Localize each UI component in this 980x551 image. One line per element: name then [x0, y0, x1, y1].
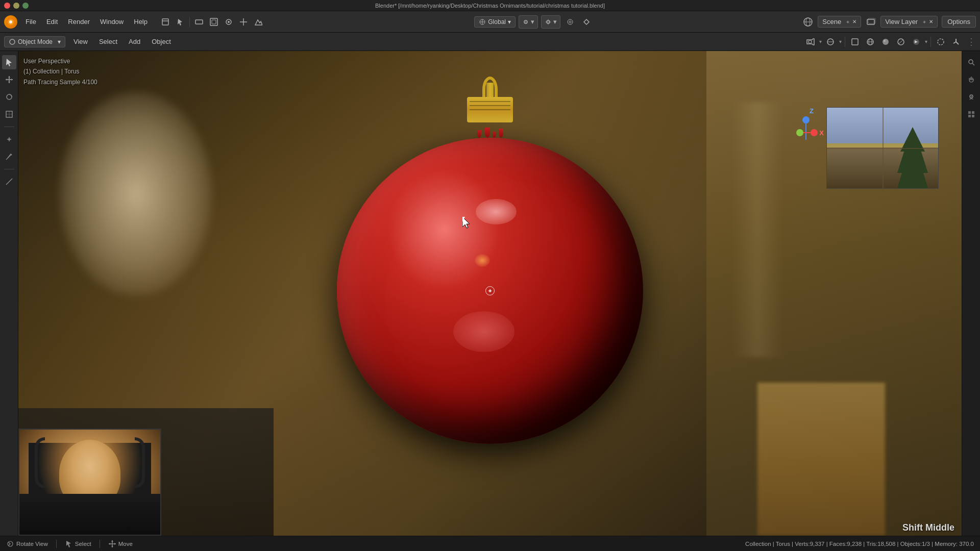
mode-dropdown[interactable]: Object Mode ▾ — [4, 36, 65, 47]
red-drip-2 — [485, 128, 490, 138]
ornament-cap-decoration — [467, 97, 513, 122]
gizmo-icon[interactable] — [949, 35, 963, 48]
cursor-tool-icon[interactable] — [174, 15, 187, 29]
viewport-display-icon[interactable] — [848, 35, 862, 48]
svg-point-34 — [969, 60, 973, 64]
tool4-icon[interactable] — [237, 15, 250, 29]
transform-orientation[interactable]: Global ▾ — [474, 16, 516, 28]
view-layer-add-icon: ＋ — [922, 18, 927, 26]
svg-point-20 — [10, 39, 15, 44]
viewport-menu-view[interactable]: View — [68, 36, 93, 47]
minimize-button[interactable] — [13, 3, 19, 9]
headphone-right — [135, 437, 145, 488]
tool2-icon[interactable] — [207, 15, 220, 29]
sidebar-sep2 — [4, 169, 14, 169]
shading-2-dropdown[interactable]: ▾ — [925, 39, 927, 44]
viewport-camera-icon[interactable] — [804, 35, 817, 48]
move-icon — [108, 540, 116, 548]
menu-help[interactable]: Help — [130, 16, 152, 27]
tool5-icon[interactable] — [252, 15, 265, 29]
statusbar: Rotate View Select Move Collection | Tor… — [0, 536, 980, 551]
drag-handle[interactable]: ⋮ — [967, 36, 976, 47]
svg-point-11 — [525, 21, 526, 22]
close-button[interactable] — [4, 3, 10, 9]
svg-rect-33 — [8, 138, 10, 140]
main-viewport[interactable]: User Perspective (1) Collection | Torus … — [18, 51, 962, 536]
status-select: Select — [65, 540, 91, 548]
svg-point-14 — [569, 21, 571, 23]
sidebar-move-tool[interactable] — [2, 72, 16, 87]
top-toolbar: File Edit Render Window Help — [0, 11, 980, 33]
sidebar-sep1 — [4, 127, 14, 127]
svg-point-13 — [568, 19, 573, 24]
proportional-edit[interactable] — [564, 15, 577, 29]
webcam-overlay — [18, 429, 161, 536]
right-sidebar-camera-view[interactable] — [964, 90, 978, 104]
mode-icon — [9, 38, 16, 45]
view-layer-selector[interactable]: View Layer ＋ ✕ — [880, 16, 938, 28]
menu-edit[interactable]: Edit — [42, 16, 62, 27]
menu-window[interactable]: Window — [96, 16, 128, 27]
left-figure — [59, 92, 212, 296]
svg-rect-37 — [968, 111, 971, 114]
snap-toggle[interactable]: ▾ — [541, 15, 560, 29]
right-sidebar — [962, 51, 980, 536]
status-div1 — [56, 540, 57, 548]
red-drip-1 — [477, 130, 481, 138]
person-clothing — [19, 494, 160, 535]
right-sidebar-grid[interactable] — [964, 107, 978, 121]
rotate-view-label: Rotate View — [16, 541, 48, 547]
ornament-highlight-secondary — [453, 311, 514, 352]
window-title: Blender* [/mnt/home/ryanking/Desktop/Chr… — [375, 3, 605, 9]
new-scene-icon[interactable] — [159, 15, 172, 29]
gizmo-z-line — [805, 119, 806, 140]
sidebar-measure-tool[interactable] — [2, 174, 16, 189]
keyframe-icon[interactable] — [580, 15, 593, 29]
toolbar-sep1 — [189, 17, 190, 27]
viewport-menu-add[interactable]: Add — [124, 36, 145, 47]
menu-render[interactable]: Render — [64, 16, 94, 27]
svg-rect-5 — [210, 18, 217, 26]
view-layer-stack-icon — [865, 16, 876, 28]
webcam-feed — [19, 430, 160, 535]
overlay-icon[interactable] — [934, 35, 947, 48]
camera-dropdown[interactable]: ▾ — [819, 39, 822, 44]
second-toolbar: Object Mode ▾ View Select Add Object ▾ ▾ — [0, 33, 980, 51]
tool1-icon[interactable] — [192, 15, 206, 29]
shading-solid[interactable] — [879, 35, 892, 48]
scene-selector[interactable]: Scene ＋ ✕ — [818, 16, 861, 28]
shading-material[interactable] — [894, 35, 908, 48]
mesh-stats: Collection | Torus | Verts:9,337 | Faces… — [745, 541, 974, 547]
ornament-highlight-warm — [475, 254, 490, 267]
options-button[interactable]: Options — [942, 16, 976, 28]
sidebar-transform-tool[interactable] — [2, 132, 16, 146]
scene-sphere-icon — [802, 16, 814, 28]
viewport-menu-object[interactable]: Object — [146, 36, 176, 47]
viewport-menu-select[interactable]: Select — [94, 36, 122, 47]
ornament — [332, 77, 648, 444]
ornament-tube — [486, 83, 494, 98]
furniture-right — [757, 383, 885, 536]
shading-dropdown[interactable]: ▾ — [839, 39, 842, 44]
right-sidebar-search[interactable] — [964, 55, 978, 69]
ornament-highlight-main — [476, 199, 517, 224]
red-drip-4 — [499, 129, 503, 138]
maximize-button[interactable] — [22, 3, 29, 9]
shading-wireframe[interactable] — [864, 35, 877, 48]
gizmo-y-dot — [796, 129, 803, 136]
sidebar-cursor-tool[interactable] — [2, 55, 16, 69]
right-sidebar-hand[interactable] — [964, 72, 978, 87]
sidebar-annotate-tool[interactable] — [2, 149, 16, 164]
tool3-icon[interactable] — [222, 15, 235, 29]
mode-label: Object Mode — [18, 38, 53, 45]
viewport-shading-preview[interactable] — [824, 35, 837, 48]
menu-file[interactable]: File — [21, 16, 40, 27]
sidebar-scale-tool[interactable] — [2, 107, 16, 121]
menu-bar: File Edit Render Window Help — [21, 16, 152, 27]
shading-rendered[interactable] — [910, 35, 923, 48]
scene-add-icon: ＋ — [845, 18, 850, 26]
sidebar-rotate-tool[interactable] — [2, 90, 16, 104]
pivot-dropdown[interactable]: ▾ — [519, 15, 538, 29]
viewport-gizmo[interactable]: Z X — [773, 107, 824, 158]
scene-close-icon: ✕ — [852, 19, 856, 24]
